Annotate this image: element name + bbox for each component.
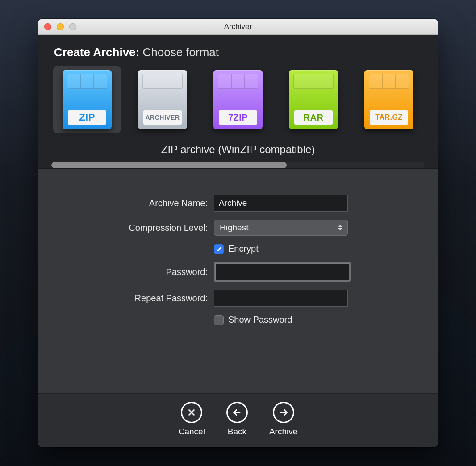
archive-button[interactable]: Archive bbox=[269, 402, 297, 437]
back-arrow-icon bbox=[226, 402, 248, 423]
format-chooser-section: Create Archive: Choose format ZIP ARCHIV… bbox=[38, 35, 438, 169]
format-description: ZIP archive (WinZIP compatible) bbox=[51, 143, 425, 156]
compression-level-select[interactable]: Highest bbox=[214, 220, 348, 236]
cancel-button-label: Cancel bbox=[179, 427, 205, 437]
page-heading: Create Archive: Choose format bbox=[54, 46, 425, 59]
encrypt-label: Encrypt bbox=[228, 244, 259, 254]
window-title: Archiver bbox=[38, 22, 438, 31]
cancel-icon bbox=[181, 402, 202, 423]
window-minimize-button[interactable] bbox=[57, 23, 64, 30]
archive-options-form: Archive Name: Compression Level: Highest bbox=[38, 169, 438, 393]
format-option-rar[interactable]: RAR bbox=[280, 66, 347, 133]
archive-name-input[interactable] bbox=[214, 195, 348, 212]
format-option-7zip[interactable]: 7ZIP bbox=[204, 66, 272, 133]
format-option-archiver[interactable]: ARCHIVER bbox=[129, 66, 196, 133]
show-password-checkbox[interactable] bbox=[214, 315, 224, 325]
format-label: TAR.GZ bbox=[370, 110, 408, 125]
back-button[interactable]: Back bbox=[226, 402, 248, 437]
scrollbar-thumb[interactable] bbox=[51, 162, 287, 168]
archiver-icon: ARCHIVER bbox=[138, 70, 187, 129]
page-heading-rest: Choose format bbox=[142, 46, 219, 59]
format-option-zip[interactable]: ZIP bbox=[53, 66, 121, 133]
chevron-up-down-icon bbox=[338, 224, 343, 232]
compression-level-label: Compression Level: bbox=[38, 223, 208, 233]
archive-button-label: Archive bbox=[269, 427, 297, 437]
forward-arrow-icon bbox=[273, 402, 294, 423]
format-list: ZIP ARCHIVER 7ZIP bbox=[51, 66, 425, 138]
bottom-toolbar: Cancel Back Archive bbox=[38, 393, 438, 447]
format-label: RAR bbox=[294, 110, 333, 125]
zip-icon: ZIP bbox=[63, 70, 112, 129]
archive-name-label: Archive Name: bbox=[38, 198, 208, 208]
format-label: ARCHIVER bbox=[143, 110, 182, 125]
format-label: ZIP bbox=[68, 110, 106, 125]
format-label: 7ZIP bbox=[219, 110, 257, 125]
format-scrollbar[interactable] bbox=[51, 162, 425, 168]
compression-level-value: Highest bbox=[220, 223, 248, 233]
encrypt-checkbox[interactable] bbox=[214, 244, 224, 254]
rar-icon: RAR bbox=[289, 70, 338, 129]
sevenzip-icon: 7ZIP bbox=[213, 70, 263, 129]
password-input[interactable] bbox=[215, 263, 349, 280]
format-option-targz[interactable]: TAR.GZ bbox=[355, 66, 423, 133]
repeat-password-label: Repeat Password: bbox=[38, 293, 208, 304]
app-window: Archiver Create Archive: Choose format Z… bbox=[38, 19, 438, 447]
repeat-password-input[interactable] bbox=[214, 290, 348, 307]
targz-icon: TAR.GZ bbox=[364, 70, 413, 129]
window-close-button[interactable] bbox=[44, 23, 51, 30]
show-password-label: Show Password bbox=[228, 315, 292, 325]
window-zoom-button[interactable] bbox=[69, 23, 76, 30]
titlebar: Archiver bbox=[38, 19, 438, 35]
cancel-button[interactable]: Cancel bbox=[179, 402, 205, 437]
page-heading-strong: Create Archive: bbox=[54, 46, 139, 59]
password-label: Password: bbox=[38, 267, 208, 277]
back-button-label: Back bbox=[228, 427, 246, 437]
